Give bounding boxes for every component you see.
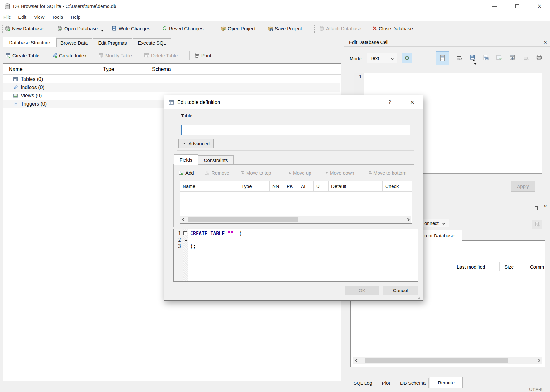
tree-column-schema[interactable]: Schema (150, 64, 171, 75)
scrollbar-thumb[interactable] (188, 217, 298, 222)
float-panel-icon[interactable] (534, 206, 538, 210)
cancel-button[interactable]: Cancel (383, 286, 418, 295)
remote-horizontal-scrollbar[interactable] (353, 357, 542, 364)
tree-column-type[interactable]: Type (101, 64, 114, 75)
new-database-button[interactable]: New Database (5, 24, 43, 33)
dialog-titlebar[interactable]: Edit table definition ? × (164, 95, 423, 109)
open-project-button[interactable]: Open Project (220, 24, 256, 33)
write-changes-button[interactable]: Write Changes (112, 24, 150, 33)
encoding-indicator[interactable]: UTF-8 (529, 387, 543, 392)
grid-column-default[interactable]: Default (329, 181, 383, 191)
open-database-dropdown-arrow[interactable] (101, 30, 104, 32)
revert-changes-label: Revert Changes (169, 26, 203, 31)
tab-execute-sql[interactable]: Execute SQL (133, 38, 171, 47)
scroll-right-arrow[interactable] (535, 357, 542, 364)
attach-database-button[interactable]: Attach Database (319, 24, 361, 33)
tab-constraints[interactable]: Constraints (198, 155, 234, 165)
grid-column-name[interactable]: Name (180, 181, 239, 191)
column-divider[interactable] (499, 262, 500, 271)
tree-item-indices[interactable]: Indices (0) (3, 83, 340, 92)
combo-chevron-icon (391, 57, 394, 60)
revert-changes-button[interactable]: Revert Changes (162, 24, 203, 33)
grid-column-pk[interactable]: PK (284, 181, 298, 191)
format-settings-button[interactable]: ⚙ (402, 53, 412, 63)
open-url-icon[interactable] (509, 54, 516, 61)
scrollbar-thumb[interactable] (365, 358, 508, 363)
dialog-resize-grip[interactable] (418, 296, 421, 299)
tab-browse-data[interactable]: Browse Data (56, 38, 92, 47)
move-down-button[interactable]: Move down (325, 168, 354, 178)
set-null-icon[interactable] (523, 56, 529, 61)
dialog-close-button[interactable]: × (407, 95, 417, 109)
text-mode-button[interactable] (436, 51, 449, 65)
remote-column-size[interactable]: Size (502, 261, 514, 272)
menu-file[interactable]: File (0, 14, 14, 20)
minimize-button[interactable] (490, 0, 499, 12)
scroll-right-arrow[interactable] (404, 216, 411, 223)
grid-column-u[interactable]: U (314, 181, 329, 191)
menu-edit[interactable]: Edit (14, 14, 30, 20)
column-divider[interactable] (98, 65, 98, 74)
menu-tools[interactable]: Tools (48, 14, 67, 20)
fields-grid-scrollbar[interactable] (180, 216, 411, 223)
line-number: 3 (178, 243, 181, 249)
move-to-bottom-button[interactable]: Move to bottom (369, 168, 406, 178)
close-window-button[interactable]: × (535, 0, 544, 12)
table-name-input[interactable] (181, 125, 410, 135)
close-panel-icon[interactable]: × (542, 202, 549, 210)
close-database-button[interactable]: Close Database (372, 24, 413, 33)
apply-cell-button[interactable]: Apply (511, 181, 535, 192)
word-wrap-icon[interactable] (456, 55, 462, 61)
tree-item-tables[interactable]: Tables (0) (3, 75, 340, 83)
tree-column-name[interactable]: Name (6, 64, 23, 75)
window-resize-grip[interactable] (545, 387, 549, 391)
open-database-button[interactable]: Open Database (57, 24, 98, 33)
save-project-button[interactable]: Save Project (268, 24, 302, 33)
export-text-icon[interactable] (483, 54, 489, 61)
add-field-button[interactable]: Add (178, 168, 194, 178)
create-index-button[interactable]: Create Index (52, 51, 87, 60)
import-dropdown-arrow[interactable] (474, 63, 477, 65)
remove-field-button[interactable]: Remove (205, 168, 229, 178)
move-up-button[interactable]: Move up (289, 168, 311, 178)
menu-help[interactable]: Help (67, 14, 84, 20)
close-panel-icon[interactable]: × (542, 38, 549, 46)
delete-table-button[interactable]: Delete Table (144, 51, 178, 60)
dock-tab-remote[interactable]: Remote (430, 377, 463, 388)
print-button[interactable]: Print (194, 51, 211, 60)
create-table-button[interactable]: Create Table (5, 51, 39, 60)
menu-bar: File Edit View Tools Help (0, 12, 550, 21)
print-cell-icon[interactable] (536, 54, 542, 61)
push-database-button[interactable] (532, 220, 542, 229)
grid-column-check[interactable]: Check (383, 181, 412, 191)
close-database-icon (372, 26, 377, 31)
mode-combobox[interactable]: Text (367, 53, 397, 63)
tab-edit-pragmas[interactable]: Edit Pragmas (93, 38, 132, 47)
toolbar-separator (314, 24, 315, 33)
maximize-button[interactable] (512, 0, 522, 12)
remote-column-last-modified[interactable]: Last modified (454, 261, 485, 272)
toolbar-separator (215, 24, 215, 33)
modify-table-button[interactable]: Modify Table (98, 51, 132, 60)
remote-column-commit[interactable]: Comm (527, 261, 544, 272)
column-divider[interactable] (452, 262, 452, 271)
menu-view[interactable]: View (30, 14, 48, 20)
ok-button[interactable]: OK (345, 286, 379, 295)
open-in-external-icon[interactable] (496, 54, 502, 61)
code-fold-marker[interactable] (183, 231, 187, 235)
column-divider[interactable] (525, 262, 525, 271)
column-divider[interactable] (147, 65, 147, 74)
grid-column-ai[interactable]: AI (298, 181, 314, 191)
grid-column-type[interactable]: Type (239, 181, 270, 191)
scroll-left-arrow[interactable] (180, 216, 187, 223)
dialog-help-button[interactable]: ? (385, 95, 394, 109)
import-text-icon[interactable] (469, 54, 476, 61)
text-document-icon (440, 55, 445, 62)
tab-database-structure[interactable]: Database Structure (3, 37, 56, 47)
scroll-left-arrow[interactable] (353, 357, 360, 364)
move-to-top-button[interactable]: Move to top (241, 168, 271, 178)
line-number: 2 (178, 237, 181, 243)
grid-column-nn[interactable]: NN (270, 181, 284, 191)
advanced-button[interactable]: Advanced (178, 139, 214, 148)
tab-fields[interactable]: Fields (174, 154, 198, 165)
